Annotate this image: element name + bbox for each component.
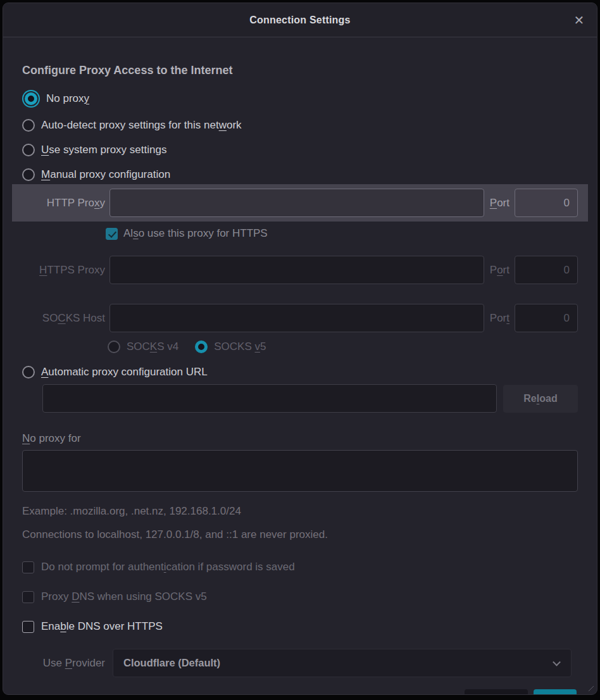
- proxy-dns-label[interactable]: Proxy DNS when using SOCKS v5: [41, 591, 207, 603]
- no-proxy-example-text: Example: .mozilla.org, .net.nz, 192.168.…: [22, 505, 578, 518]
- socks-host-row: SOCKS Host Port: [22, 304, 578, 332]
- also-https-label[interactable]: Also use this proxy for HTTPS: [123, 227, 268, 240]
- socks-v4-option[interactable]: SOCKS v4: [108, 341, 178, 353]
- socks-v5-label[interactable]: SOCKS v5: [214, 341, 266, 353]
- radio-option-manual-proxy[interactable]: Manual proxy configuration: [22, 168, 578, 182]
- radio-autoconfig-url[interactable]: [22, 366, 35, 378]
- no-proxy-for-label: No proxy for: [22, 432, 578, 445]
- radio-label-manual-proxy[interactable]: Manual proxy configuration: [41, 168, 170, 181]
- no-prompt-auth-label[interactable]: Do not prompt for authentication if pass…: [41, 561, 295, 573]
- http-port-label: Port: [490, 197, 509, 209]
- radio-label-no-proxy[interactable]: No proxy: [46, 92, 89, 105]
- https-proxy-row: HTTPS Proxy Port: [22, 256, 578, 284]
- chevron-down-icon: [553, 658, 561, 666]
- doh-provider-row: Use Provider Cloudflare (Default): [22, 649, 578, 677]
- http-proxy-label: HTTP Proxy: [22, 197, 105, 209]
- socks-host-label: SOCKS Host: [22, 312, 105, 325]
- radio-label-system-proxy[interactable]: Use system proxy settings: [41, 144, 166, 156]
- radio-label-auto-detect[interactable]: Auto-detect proxy settings for this netw…: [41, 119, 242, 132]
- socks-host-input[interactable]: [109, 304, 484, 332]
- no-prompt-auth-option[interactable]: Do not prompt for authentication if pass…: [22, 561, 578, 573]
- ok-button[interactable]: OK: [534, 689, 577, 695]
- radio-label-autoconfig-url[interactable]: Automatic proxy configuration URL: [41, 366, 208, 378]
- no-prompt-auth-checkbox[interactable]: [22, 561, 34, 573]
- https-proxy-label: HTTPS Proxy: [22, 264, 105, 277]
- https-port-input[interactable]: [515, 256, 578, 284]
- radio-socks-v5[interactable]: [195, 341, 208, 353]
- https-port-label: Port: [490, 264, 509, 277]
- connection-settings-dialog: Connection Settings ✕ Configure Proxy Ac…: [3, 3, 597, 695]
- cancel-button[interactable]: Cancel: [465, 689, 528, 695]
- page-title: Configure Proxy Access to the Internet: [22, 64, 578, 77]
- dialog-content: Configure Proxy Access to the Internet N…: [3, 37, 597, 677]
- radio-no-proxy[interactable]: [25, 92, 37, 105]
- doh-provider-value: Cloudflare (Default): [123, 657, 220, 669]
- http-proxy-row: HTTP Proxy Port: [12, 184, 588, 222]
- radio-option-system-proxy[interactable]: Use system proxy settings: [22, 143, 578, 157]
- proxy-dns-checkbox[interactable]: [22, 591, 34, 603]
- doh-provider-select[interactable]: Cloudflare (Default): [113, 649, 572, 677]
- use-provider-label: Use Provider: [22, 657, 105, 670]
- socks-port-input[interactable]: [515, 304, 578, 332]
- enable-doh-checkbox[interactable]: [22, 621, 34, 633]
- http-proxy-input[interactable]: [109, 189, 484, 217]
- autoconfig-url-row: Reload: [42, 384, 578, 413]
- never-proxied-note: Connections to localhost, 127.0.0.1/8, a…: [22, 528, 578, 541]
- socks-v5-option[interactable]: SOCKS v5: [195, 341, 266, 353]
- dialog-title: Connection Settings: [249, 15, 350, 26]
- socks-port-label: Port: [490, 312, 509, 325]
- socks-version-group: SOCKS v4 SOCKS v5: [108, 341, 578, 353]
- http-port-input[interactable]: [515, 189, 578, 217]
- radio-manual-proxy[interactable]: [22, 168, 35, 181]
- radio-option-autoconfig-url[interactable]: Automatic proxy configuration URL: [22, 365, 578, 379]
- enable-doh-option[interactable]: Enable DNS over HTTPS: [22, 620, 578, 633]
- also-https-option[interactable]: Also use this proxy for HTTPS: [106, 227, 578, 240]
- https-proxy-input[interactable]: [109, 256, 484, 284]
- dialog-titlebar: Connection Settings ✕: [3, 3, 597, 37]
- autoconfig-url-input[interactable]: [42, 384, 497, 413]
- radio-socks-v4[interactable]: [108, 341, 120, 353]
- dialog-footer: Cancel OK: [3, 689, 597, 695]
- socks-v4-label[interactable]: SOCKS v4: [127, 341, 178, 353]
- radio-option-auto-detect[interactable]: Auto-detect proxy settings for this netw…: [22, 118, 578, 132]
- enable-doh-label[interactable]: Enable DNS over HTTPS: [41, 620, 163, 633]
- reload-button[interactable]: Reload: [503, 385, 578, 413]
- also-https-checkbox[interactable]: [106, 228, 118, 240]
- radio-system-proxy[interactable]: [22, 144, 35, 156]
- no-proxy-for-textarea[interactable]: [22, 450, 578, 492]
- proxy-dns-option[interactable]: Proxy DNS when using SOCKS v5: [22, 591, 578, 603]
- close-icon[interactable]: ✕: [570, 11, 588, 29]
- radio-auto-detect[interactable]: [22, 119, 35, 132]
- radio-option-no-proxy[interactable]: No proxy: [22, 90, 578, 108]
- resize-grip[interactable]: [584, 682, 594, 691]
